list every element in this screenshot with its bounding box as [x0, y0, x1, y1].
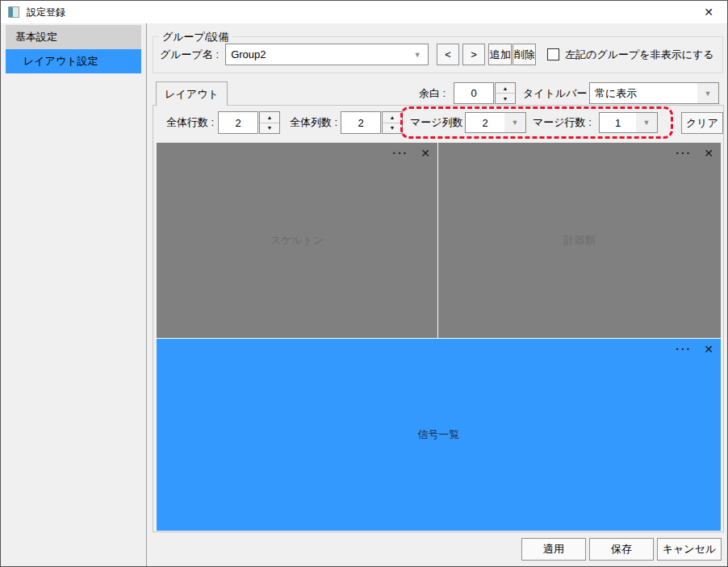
panel-signal-list[interactable]: 信号一覧 ··· ✕ [157, 339, 721, 531]
total-rows-label: 全体行数 : [166, 111, 214, 134]
delete-group-button[interactable]: 削除 [513, 44, 536, 65]
sidebar-item-basic-settings[interactable]: 基本設定 [6, 25, 141, 49]
margin-spinner[interactable]: 0 ▲ ▼ [454, 82, 516, 104]
settings-dialog: 設定登録 ✕ 基本設定 レイアウト設定 グループ/設備 グループ名 : Grou… [0, 0, 728, 567]
merge-rows-value: 1 [600, 113, 636, 132]
spin-up-icon[interactable]: ▲ [260, 112, 279, 123]
title-bar: 設定登録 ✕ [1, 1, 727, 23]
titlebar-mode-combo[interactable]: 常に表示 ▼ [589, 82, 719, 104]
margin-value: 0 [454, 82, 494, 104]
sidebar-item-layout-settings[interactable]: レイアウト設定 [6, 49, 141, 73]
spin-down-icon[interactable]: ▼ [260, 123, 279, 134]
hide-group-checkbox-label: 左記のグループを非表示にする [565, 48, 713, 62]
total-cols-label: 全体列数 : [290, 111, 337, 134]
total-cols-spinner[interactable]: 2 ▲ ▼ [341, 111, 403, 134]
spin-down-icon[interactable]: ▼ [383, 123, 402, 134]
apply-button[interactable]: 適用 [521, 538, 586, 561]
panel-controls: ··· ✕ [392, 145, 430, 161]
panel-close-icon[interactable]: ✕ [420, 145, 430, 161]
titlebar-mode-value: 常に表示 [590, 83, 697, 103]
app-icon [8, 6, 19, 18]
panel-menu-icon[interactable]: ··· [676, 341, 692, 357]
tab-layout-label: レイアウト [165, 87, 219, 102]
total-rows-spin-buttons: ▲ ▼ [259, 111, 280, 134]
spin-down-icon[interactable]: ▼ [496, 93, 515, 103]
merge-cols-label: マージ列数 : [410, 111, 469, 134]
merge-rows-label: マージ行数 : [533, 111, 592, 134]
window-close-icon[interactable]: ✕ [690, 1, 727, 23]
titlebar-mode-label: タイトルバー : [523, 81, 593, 106]
margin-spin-buttons: ▲ ▼ [495, 82, 516, 104]
group-name-label: グループ名 : [160, 48, 219, 62]
merge-cols-combo[interactable]: 2 ▼ [465, 112, 526, 133]
panel-menu-icon[interactable]: ··· [676, 145, 692, 161]
chevron-down-icon: ▼ [504, 113, 525, 132]
chevron-down-icon: ▼ [407, 44, 428, 65]
group-equipment-groupbox: グループ/設備 グループ名 : Group2 ▼ < > 追加 削除 左記のグル… [153, 36, 723, 73]
prev-group-button[interactable]: < [437, 44, 459, 65]
panel-controls: ··· ✕ [676, 145, 713, 161]
sidebar-item-label: 基本設定 [15, 30, 57, 44]
merge-rows-combo[interactable]: 1 ▼ [599, 112, 658, 133]
panel-controls: ··· ✕ [676, 341, 713, 357]
window-title: 設定登録 [27, 6, 65, 19]
panel-skeleton[interactable]: スケルトン ··· ✕ [157, 143, 437, 338]
margin-label: 余白 : [419, 81, 446, 106]
total-cols-spin-buttons: ▲ ▼ [382, 111, 403, 134]
chevron-down-icon: ▼ [697, 83, 718, 103]
panel-instruments[interactable]: 計器類 ··· ✕ [438, 143, 721, 338]
panel-label: スケルトン [157, 143, 437, 338]
hide-group-checkbox[interactable] [547, 48, 559, 60]
save-button[interactable]: 保存 [589, 538, 654, 561]
clear-button[interactable]: クリア [681, 112, 723, 134]
group-row: グループ名 : Group2 ▼ < > 追加 削除 左記のグループを非表示にす… [160, 44, 716, 65]
panel-close-icon[interactable]: ✕ [704, 145, 713, 161]
group-name-combo[interactable]: Group2 ▼ [225, 44, 429, 65]
total-rows-spinner[interactable]: 2 ▲ ▼ [218, 111, 280, 134]
chevron-down-icon: ▼ [636, 113, 657, 132]
panel-label: 計器類 [438, 143, 721, 338]
group-name-value: Group2 [226, 44, 407, 65]
total-rows-value: 2 [218, 111, 258, 134]
merge-cols-value: 2 [466, 113, 504, 132]
sidebar: 基本設定 レイアウト設定 [1, 23, 147, 566]
tab-layout[interactable]: レイアウト [156, 81, 228, 106]
layout-preview-grid: スケルトン ··· ✕ 計器類 ··· ✕ 信号一覧 ··· ✕ [157, 143, 721, 531]
groupbox-title: グループ/設備 [159, 30, 232, 44]
add-group-button[interactable]: 追加 [488, 44, 512, 65]
panel-label: 信号一覧 [157, 339, 721, 531]
total-cols-value: 2 [341, 111, 381, 134]
panel-menu-icon[interactable]: ··· [392, 145, 408, 161]
sidebar-item-label: レイアウト設定 [23, 54, 98, 69]
spin-up-icon[interactable]: ▲ [496, 83, 515, 93]
next-group-button[interactable]: > [462, 44, 485, 65]
panel-close-icon[interactable]: ✕ [704, 341, 713, 357]
cancel-button[interactable]: キャンセル [657, 538, 722, 561]
layout-tab-content: 全体行数 : 2 ▲ ▼ 全体列数 : 2 ▲ ▼ マージ列数 : 2 ▼ マー… [153, 105, 724, 532]
spin-up-icon[interactable]: ▲ [383, 112, 402, 123]
